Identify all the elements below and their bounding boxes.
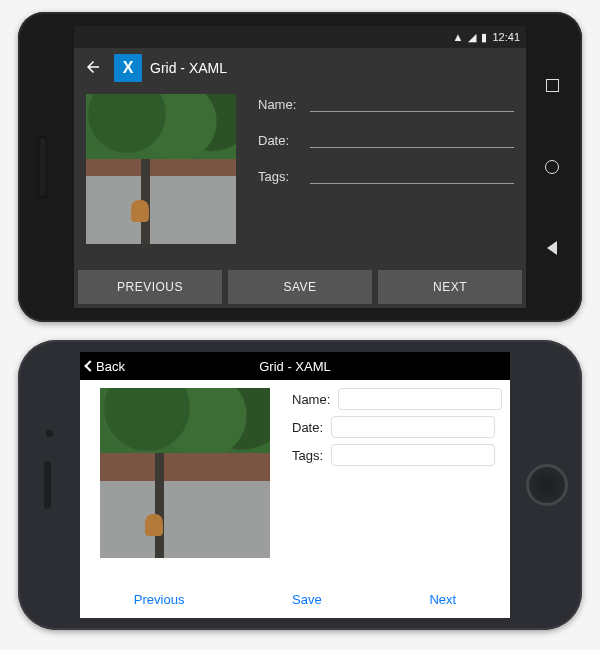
name-label: Name: bbox=[258, 97, 300, 112]
tags-label: Tags: bbox=[292, 448, 323, 463]
back-icon[interactable] bbox=[80, 54, 106, 83]
date-label: Date: bbox=[258, 133, 300, 148]
android-nav-keys bbox=[538, 12, 566, 322]
date-input[interactable] bbox=[310, 130, 514, 148]
ios-home-button[interactable] bbox=[526, 464, 568, 506]
android-home-icon[interactable] bbox=[545, 160, 559, 174]
form-fields: Name: Date: Tags: bbox=[292, 388, 490, 558]
android-toolbar: X Grid - XAML bbox=[74, 48, 526, 88]
date-label: Date: bbox=[292, 420, 323, 435]
ios-navbar: Back Grid - XAML bbox=[80, 352, 510, 380]
next-button[interactable]: NEXT bbox=[378, 270, 522, 304]
tags-label: Tags: bbox=[258, 169, 300, 184]
button-bar: PREVIOUS SAVE NEXT bbox=[78, 270, 522, 304]
name-label: Name: bbox=[292, 392, 330, 407]
xamarin-logo-icon: X bbox=[114, 54, 142, 82]
battery-icon: ▮ bbox=[481, 31, 487, 44]
android-speaker bbox=[38, 136, 47, 198]
tags-input[interactable] bbox=[310, 166, 514, 184]
android-body: Name: Date: Tags: bbox=[74, 88, 526, 268]
previous-button[interactable]: PREVIOUS bbox=[78, 270, 222, 304]
previous-button[interactable]: Previous bbox=[134, 592, 185, 607]
signal-icon: ◢ bbox=[468, 31, 476, 44]
toolbar-title: Grid - XAML bbox=[150, 60, 227, 76]
android-back-icon[interactable] bbox=[547, 241, 557, 255]
tags-input[interactable] bbox=[331, 444, 495, 466]
save-button[interactable]: Save bbox=[292, 592, 322, 607]
ios-screen: Back Grid - XAML Name: Date: Tags: bbox=[80, 352, 510, 618]
name-input[interactable] bbox=[310, 94, 514, 112]
status-time: 12:41 bbox=[492, 31, 520, 43]
ios-body: Name: Date: Tags: bbox=[80, 380, 510, 588]
android-recent-icon[interactable] bbox=[546, 79, 559, 92]
android-device: ▲ ◢ ▮ 12:41 X Grid - XAML Name: bbox=[18, 12, 582, 322]
save-button[interactable]: SAVE bbox=[228, 270, 372, 304]
next-button[interactable]: Next bbox=[429, 592, 456, 607]
date-input[interactable] bbox=[331, 416, 495, 438]
wifi-icon: ▲ bbox=[453, 31, 464, 43]
photo-thumbnail bbox=[86, 94, 236, 244]
android-statusbar: ▲ ◢ ▮ 12:41 bbox=[74, 26, 526, 48]
photo-thumbnail bbox=[100, 388, 270, 558]
name-input[interactable] bbox=[338, 388, 502, 410]
ios-device: Back Grid - XAML Name: Date: Tags: bbox=[18, 340, 582, 630]
android-screen: ▲ ◢ ▮ 12:41 X Grid - XAML Name: bbox=[74, 26, 526, 308]
ios-earpiece bbox=[44, 461, 51, 509]
ios-camera bbox=[46, 430, 53, 437]
nav-title: Grid - XAML bbox=[80, 359, 510, 374]
button-bar: Previous Save Next bbox=[80, 586, 510, 612]
form-fields: Name: Date: Tags: bbox=[258, 94, 514, 244]
